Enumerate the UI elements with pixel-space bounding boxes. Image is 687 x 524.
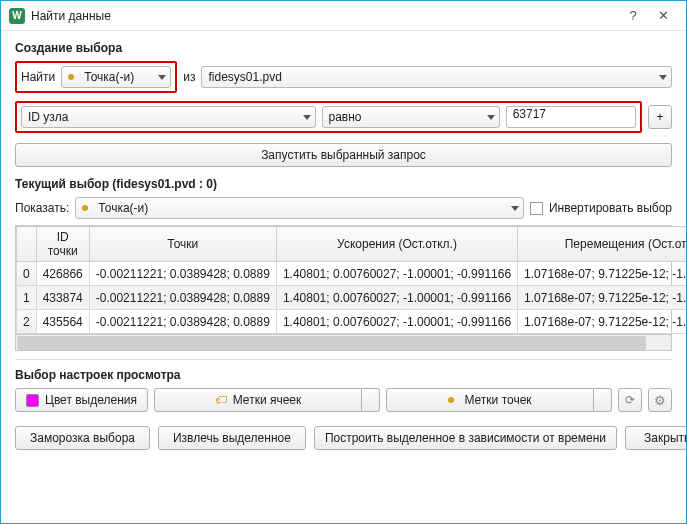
cell-labels-button[interactable]: 🏷 Метки ячеек [154,388,362,412]
app-icon: W [9,8,25,24]
highlight-color-button[interactable]: Цвет выделения [15,388,148,412]
gear-icon: ⚙ [654,393,666,408]
cell-labels-dropdown[interactable] [362,388,380,412]
selection-table: ID точки Точки Ускорения (Ост.откл.) Пер… [15,225,672,351]
show-dropdown[interactable]: Точка(-и) [75,197,524,219]
run-query-button[interactable]: Запустить выбранный запрос [15,143,672,167]
color-swatch-icon [26,394,39,407]
table-row[interactable]: 2 435564 -0.00211221; 0.0389428; 0.0889 … [17,310,688,334]
col-accel[interactable]: Ускорения (Ост.откл.) [276,227,517,262]
tag-icon: 🏷 [215,393,227,407]
source-value: fidesys01.pvd [208,70,653,84]
criteria-input[interactable]: 63717 [506,106,636,128]
table-row[interactable]: 1 433874 -0.00211221; 0.0389428; 0.0889 … [17,286,688,310]
operator-value: равно [329,110,481,124]
show-label: Показать: [15,201,69,215]
point-icon [82,205,88,211]
current-selection-heading: Текущий выбор (fidesys01.pvd : 0) [15,177,672,191]
point-labels-dropdown[interactable] [594,388,612,412]
chevron-down-icon [487,115,495,120]
point-icon [68,74,74,80]
chevron-down-icon [158,75,166,80]
chevron-down-icon [303,115,311,120]
show-value: Точка(-и) [98,201,505,215]
selection-creation-heading: Создание выбора [15,41,672,55]
table-row[interactable]: 0 426866 -0.00211221; 0.0389428; 0.0889 … [17,262,688,286]
criteria-value: 63717 [513,107,546,121]
find-type-value: Точка(-и) [84,70,152,84]
field-dropdown[interactable]: ID узла [21,106,316,128]
close-window-button[interactable]: ✕ [648,5,678,27]
col-id[interactable]: ID точки [36,227,89,262]
find-label: Найти [21,70,55,84]
invert-label: Инвертировать выбор [549,201,672,215]
col-disp[interactable]: Перемещения (Ост.откл.) [518,227,687,262]
point-icon [448,397,454,403]
field-value: ID узла [28,110,297,124]
find-block-highlight: Найти Точка(-и) [15,61,177,93]
help-button[interactable]: ? [618,5,648,27]
criteria-highlight: ID узла равно 63717 [15,101,642,133]
add-criteria-button[interactable]: + [648,105,672,129]
close-button[interactable]: Закрыть [625,426,687,450]
refresh-icon: ⟳ [625,393,635,407]
invert-checkbox[interactable] [530,202,543,215]
settings-button[interactable]: ⚙ [648,388,672,412]
col-points[interactable]: Точки [89,227,276,262]
titlebar: W Найти данные ? ✕ [1,1,686,31]
extract-selection-button[interactable]: Извлечь выделенное [158,426,306,450]
freeze-selection-button[interactable]: Заморозка выбора [15,426,150,450]
operator-dropdown[interactable]: равно [322,106,500,128]
plot-over-time-button[interactable]: Построить выделенное в зависимости от вр… [314,426,617,450]
horizontal-scrollbar[interactable] [16,334,671,350]
refresh-button[interactable]: ⟳ [618,388,642,412]
source-dropdown[interactable]: fidesys01.pvd [201,66,672,88]
window-title: Найти данные [31,9,618,23]
col-index[interactable] [17,227,37,262]
table-header-row: ID точки Точки Ускорения (Ост.откл.) Пер… [17,227,688,262]
scrollbar-thumb[interactable] [17,336,646,350]
view-settings-heading: Выбор настроек просмотра [15,368,672,382]
chevron-down-icon [659,75,667,80]
from-label: из [183,70,195,84]
point-labels-button[interactable]: Метки точек [386,388,594,412]
chevron-down-icon [511,206,519,211]
find-type-dropdown[interactable]: Точка(-и) [61,66,171,88]
